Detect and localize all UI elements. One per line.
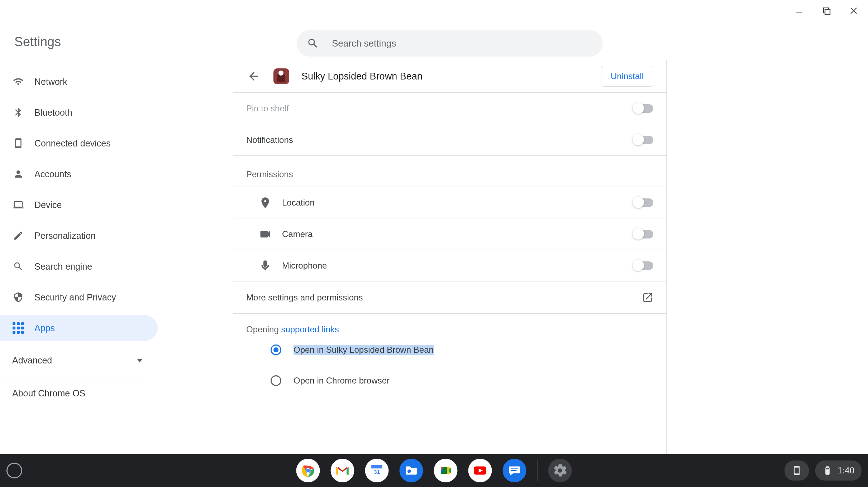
status-phone-pill[interactable] (784, 461, 809, 481)
sidebar-advanced[interactable]: Advanced (0, 347, 158, 373)
svg-point-13 (407, 469, 411, 473)
permission-microphone-row: Microphone (233, 250, 666, 281)
advanced-label: Advanced (12, 355, 52, 366)
sidebar-item-connected-devices[interactable]: Connected devices (0, 130, 158, 156)
app-icon (273, 68, 289, 84)
radio-open-in-app[interactable] (271, 344, 281, 355)
sidebar-item-personalization[interactable]: Personalization (0, 223, 158, 249)
sidebar-item-label: Security and Privacy (34, 292, 116, 303)
uninstall-button[interactable]: Uninstall (601, 66, 653, 87)
pencil-icon (12, 230, 24, 242)
divider (0, 376, 151, 376)
sidebar-item-apps[interactable]: Apps (0, 315, 158, 341)
radio-label: Open in Sulky Lopsided Brown Bean (294, 345, 434, 355)
person-icon (12, 168, 24, 180)
permission-camera-row: Camera (233, 218, 666, 250)
sidebar-item-network[interactable]: Network (0, 69, 158, 95)
sidebar-item-label: Connected devices (34, 138, 111, 149)
sidebar-item-label: Bluetooth (34, 107, 72, 118)
sidebar-item-label: Personalization (34, 231, 96, 241)
notifications-row: Notifications (233, 124, 666, 155)
sidebar-item-security[interactable]: Security and Privacy (0, 284, 158, 310)
svg-text:31: 31 (374, 469, 380, 475)
notifications-label: Notifications (246, 135, 293, 145)
more-settings-label: More settings and permissions (246, 293, 363, 303)
shelf-app-gmail[interactable] (331, 459, 354, 482)
back-button[interactable] (246, 69, 261, 84)
supported-links-title: Opening supported links (246, 324, 653, 334)
shield-icon (12, 291, 24, 303)
sidebar-item-accounts[interactable]: Accounts (0, 161, 158, 187)
permissions-title: Permissions (233, 155, 666, 187)
apps-icon (12, 322, 24, 334)
battery-icon (822, 466, 833, 476)
page-title: Settings (14, 34, 61, 49)
about-label: About Chrome OS (12, 388, 85, 399)
svg-rect-18 (827, 467, 829, 468)
svg-point-8 (306, 469, 310, 473)
app-name: Sulky Lopsided Brown Bean (301, 71, 589, 82)
shelf-app-meet[interactable] (434, 459, 458, 482)
chevron-down-icon (137, 359, 143, 362)
search-container[interactable] (297, 30, 603, 57)
camera-toggle[interactable] (633, 230, 653, 238)
permission-label: Camera (282, 229, 313, 239)
radio-open-in-chrome-row[interactable]: Open in Chrome browser (246, 365, 653, 396)
search-icon (12, 260, 24, 273)
supported-links-link[interactable]: supported links (281, 324, 339, 334)
sidebar-item-label: Search engine (34, 261, 92, 272)
svg-rect-19 (826, 470, 829, 474)
search-input[interactable] (332, 38, 593, 49)
sidebar-item-bluetooth[interactable]: Bluetooth (0, 100, 158, 125)
phone-icon (12, 137, 24, 149)
bluetooth-icon (12, 106, 24, 119)
microphone-toggle[interactable] (633, 261, 653, 270)
shelf-app-chrome[interactable] (296, 459, 320, 482)
shelf-app-files[interactable] (400, 459, 423, 482)
search-icon (307, 37, 319, 49)
pin-to-shelf-label: Pin to shelf (246, 103, 289, 114)
permission-label: Location (282, 198, 315, 208)
permission-label: Microphone (282, 261, 327, 271)
sidebar-item-search-engine[interactable]: Search engine (0, 254, 158, 279)
permission-location-row: Location (233, 187, 666, 218)
location-icon (259, 197, 271, 209)
svg-rect-11 (371, 465, 382, 469)
status-time-pill[interactable]: 1:40 (815, 461, 862, 481)
shelf-app-youtube[interactable] (468, 459, 492, 482)
shelf-app-messages[interactable] (503, 459, 526, 482)
laptop-icon (12, 199, 24, 211)
sidebar-about[interactable]: About Chrome OS (0, 379, 158, 407)
notifications-toggle[interactable] (633, 136, 653, 144)
status-time: 1:40 (838, 466, 854, 476)
wifi-icon (12, 76, 24, 88)
microphone-icon (259, 260, 271, 272)
shelf-separator (537, 460, 538, 481)
location-toggle[interactable] (633, 198, 653, 207)
pin-to-shelf-row: Pin to shelf (233, 92, 666, 124)
camera-icon (259, 228, 271, 240)
radio-label: Open in Chrome browser (294, 376, 390, 386)
open-external-icon (642, 292, 653, 303)
sidebar-item-label: Apps (34, 323, 55, 333)
sidebar-item-device[interactable]: Device (0, 192, 158, 218)
radio-open-in-chrome[interactable] (271, 375, 281, 386)
shelf-app-calendar[interactable]: 31 (365, 459, 389, 482)
shelf-app-settings[interactable] (548, 459, 572, 482)
launcher-button[interactable] (6, 463, 22, 478)
radio-open-in-app-row[interactable]: Open in Sulky Lopsided Brown Bean (246, 334, 653, 365)
sidebar-item-label: Accounts (34, 169, 71, 179)
pin-to-shelf-toggle[interactable] (633, 104, 653, 113)
more-settings-row[interactable]: More settings and permissions (233, 281, 666, 313)
sidebar-item-label: Device (34, 200, 62, 210)
sidebar-item-label: Network (34, 77, 67, 87)
